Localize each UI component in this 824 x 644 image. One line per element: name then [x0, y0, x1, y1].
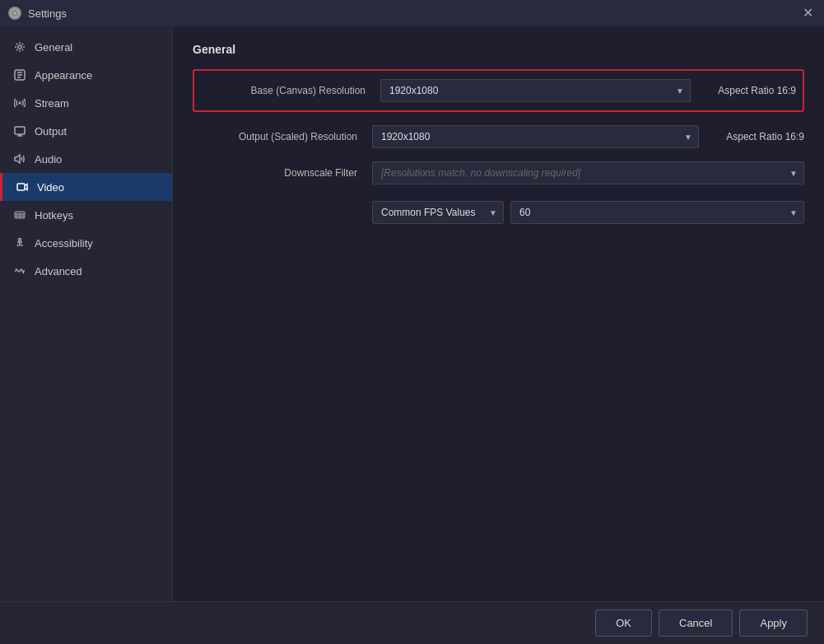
base-resolution-select-wrapper: 1920x1080 1280x720 2560x1440 3840x2160 ▼ [380, 79, 691, 102]
sidebar-label-stream: Stream [35, 97, 69, 110]
sidebar: General Appearance [0, 26, 173, 601]
svg-point-2 [18, 45, 21, 49]
sidebar-item-advanced[interactable]: Advanced [0, 257, 172, 285]
title-bar-left: Settings [8, 7, 67, 20]
svg-rect-5 [17, 184, 25, 190]
sidebar-item-hotkeys[interactable]: Hotkeys [0, 201, 172, 229]
svg-rect-11 [16, 216, 17, 217]
svg-point-14 [19, 239, 21, 241]
content-area: General Base (Canvas) Resolution 1920x10… [173, 26, 824, 601]
footer: OK Cancel Apply [0, 601, 824, 644]
cancel-button[interactable]: Cancel [659, 609, 733, 637]
sidebar-item-audio[interactable]: Audio [0, 145, 172, 173]
settings-window: Settings ✕ General [0, 0, 824, 644]
close-button[interactable]: ✕ [803, 7, 816, 20]
sidebar-label-hotkeys: Hotkeys [35, 209, 73, 222]
sidebar-item-video[interactable]: Video [0, 173, 172, 201]
sidebar-label-audio: Audio [35, 153, 62, 166]
sidebar-label-general: General [35, 41, 72, 54]
sidebar-label-video: Video [37, 181, 64, 194]
appearance-icon [13, 68, 26, 82]
output-icon [13, 124, 26, 138]
fps-type-select[interactable]: Common FPS Values Integer FPS Value Frac… [372, 201, 504, 224]
sidebar-label-appearance: Appearance [35, 69, 92, 82]
fps-value-select-wrapper: 60 30 24 120 144 ▼ [510, 201, 804, 224]
accessibility-icon [13, 236, 26, 250]
output-resolution-label: Output (Scaled) Resolution [193, 131, 365, 142]
downscale-filter-controls: [Resolutions match, no downscaling requi… [372, 161, 804, 184]
svg-rect-9 [21, 213, 22, 215]
svg-rect-10 [23, 213, 24, 215]
downscale-filter-row: Downscale Filter [Resolutions match, no … [193, 158, 804, 188]
stream-icon [13, 96, 26, 110]
fps-type-select-wrapper: Common FPS Values Integer FPS Value Frac… [372, 201, 504, 224]
ok-button[interactable]: OK [595, 609, 652, 637]
downscale-filter-select-wrapper: [Resolutions match, no downscaling requi… [372, 161, 804, 184]
output-aspect-ratio: Aspect Ratio 16:9 [705, 131, 804, 142]
output-resolution-select[interactable]: 1920x1080 1280x720 2560x1440 3840x2160 [372, 125, 699, 148]
output-resolution-row: Output (Scaled) Resolution 1920x1080 128… [193, 122, 804, 152]
base-resolution-row: Base (Canvas) Resolution 1920x1080 1280x… [201, 76, 796, 105]
svg-rect-12 [18, 216, 21, 217]
audio-icon [13, 152, 26, 166]
window-title: Settings [28, 7, 67, 20]
output-resolution-select-wrapper: 1920x1080 1280x720 2560x1440 3840x2160 ▼ [372, 125, 699, 148]
base-resolution-highlight-box: Base (Canvas) Resolution 1920x1080 1280x… [193, 69, 804, 112]
svg-rect-4 [15, 127, 25, 134]
sidebar-label-output: Output [35, 125, 67, 138]
general-icon [13, 40, 26, 54]
svg-point-1 [13, 12, 16, 15]
fps-value-select[interactable]: 60 30 24 120 144 [510, 201, 804, 224]
section-title: General [193, 43, 804, 56]
title-bar: Settings ✕ [0, 0, 824, 26]
sidebar-label-accessibility: Accessibility [35, 237, 93, 250]
svg-rect-8 [18, 213, 20, 215]
base-resolution-select[interactable]: 1920x1080 1280x720 2560x1440 3840x2160 [380, 79, 691, 102]
svg-rect-7 [16, 213, 17, 215]
sidebar-item-appearance[interactable]: Appearance [0, 61, 172, 89]
advanced-icon [13, 264, 26, 278]
sidebar-item-stream[interactable]: Stream [0, 89, 172, 117]
base-resolution-label: Base (Canvas) Resolution [201, 85, 374, 96]
downscale-filter-label: Downscale Filter [193, 167, 365, 179]
sidebar-label-advanced: Advanced [35, 265, 82, 278]
fps-controls: Common FPS Values Integer FPS Value Frac… [372, 201, 804, 224]
sidebar-item-general[interactable]: General [0, 33, 172, 61]
downscale-filter-select[interactable]: [Resolutions match, no downscaling requi… [372, 161, 804, 184]
main-content: General Appearance [0, 26, 824, 601]
fps-row: Common FPS Values Integer FPS Value Frac… [193, 198, 804, 227]
hotkeys-icon [13, 208, 26, 222]
settings-icon [8, 7, 21, 20]
video-icon [16, 180, 29, 194]
sidebar-item-accessibility[interactable]: Accessibility [0, 229, 172, 257]
settings-form: Base (Canvas) Resolution 1920x1080 1280x… [193, 69, 804, 227]
apply-button[interactable]: Apply [739, 609, 808, 637]
output-resolution-controls: 1920x1080 1280x720 2560x1440 3840x2160 ▼… [372, 125, 804, 148]
sidebar-item-output[interactable]: Output [0, 117, 172, 145]
base-resolution-controls: 1920x1080 1280x720 2560x1440 3840x2160 ▼… [380, 79, 796, 102]
base-aspect-ratio: Aspect Ratio 16:9 [697, 85, 796, 96]
svg-rect-13 [22, 216, 24, 217]
